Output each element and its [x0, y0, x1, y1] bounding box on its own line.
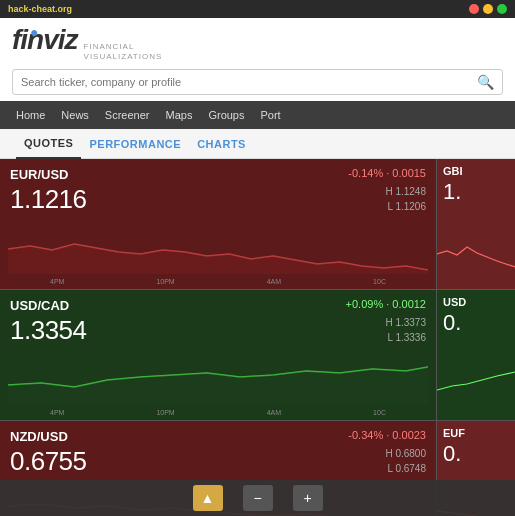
tab-charts[interactable]: CHARTS: [189, 129, 254, 159]
quote-pair-usdcad: USD/CAD: [10, 298, 69, 313]
nav-bar: Home News Screener Maps Groups Port: [0, 101, 515, 129]
quote-card-eurusd[interactable]: EUR/USD -0.14% · 0.0015 1.1216 H 1.1248 …: [0, 159, 436, 289]
sparkline-label: 10C: [373, 278, 386, 285]
zoom-in-button[interactable]: +: [293, 485, 323, 511]
sparkline-label: 4PM: [50, 409, 64, 416]
sparkline-label: 4AM: [267, 278, 281, 285]
close-btn[interactable]: [469, 4, 479, 14]
quote-row-usdcad: USD/CAD +0.09% · 0.0012 1.3354 H 1.3373 …: [0, 290, 515, 420]
sparkline-usdcad: 4PM 10PM 4AM 10C: [0, 355, 436, 420]
sparkline-label: 10C: [373, 409, 386, 416]
logo-text: ● finviz: [12, 24, 78, 55]
app-screen: hack-cheat.org ● finviz FINANCIAL VISUAL…: [0, 0, 515, 516]
quote-hl-usdcad: H 1.3373 L 1.3336: [385, 315, 426, 345]
quote-price-eurusd: 1.1216: [10, 184, 87, 215]
quote-change-nzdusd: -0.34% · 0.0023: [348, 429, 426, 441]
sparkline-labels-usdcad: 4PM 10PM 4AM 10C: [0, 409, 436, 416]
quote-header-eurusd: EUR/USD -0.14% · 0.0015: [0, 159, 436, 184]
sparkline-svg-usdcad: [8, 355, 428, 405]
quote-change-usdcad: +0.09% · 0.0012: [346, 298, 426, 310]
quote-hl-nzdusd: H 0.6800 L 0.6748: [385, 446, 426, 476]
tab-performance[interactable]: PERFORMANCE: [81, 129, 189, 159]
sparkline-label: 4AM: [267, 409, 281, 416]
quote-card-usdcad[interactable]: USD/CAD +0.09% · 0.0012 1.3354 H 1.3373 …: [0, 290, 436, 420]
logo-area: ● finviz FINANCIAL VISUALIZATIONS: [12, 24, 162, 61]
side-pair-row2: USD: [437, 290, 515, 310]
side-price-row3: 0.: [437, 441, 515, 467]
quote-pair-nzdusd: NZD/USD: [10, 429, 68, 444]
side-price-row1: 1.: [437, 179, 515, 205]
search-section: 🔍: [0, 65, 515, 101]
zoom-out-button[interactable]: −: [243, 485, 273, 511]
quote-header-nzdusd: NZD/USD -0.34% · 0.0023: [0, 421, 436, 446]
quote-price-row-usdcad: 1.3354 H 1.3373 L 1.3336: [0, 315, 436, 348]
side-price-row2: 0.: [437, 310, 515, 336]
side-pair-row1: GBI: [437, 159, 515, 179]
quote-hl-eurusd: H 1.1248 L 1.1206: [385, 184, 426, 214]
quote-price-nzdusd: 0.6755: [10, 446, 87, 477]
plus-icon: +: [303, 490, 311, 506]
logo-subtitle: FINANCIAL VISUALIZATIONS: [84, 42, 163, 61]
sparkline-svg-eurusd: [8, 224, 428, 274]
sparkline-eurusd: 4PM 10PM 4AM 10C: [0, 224, 436, 289]
minimize-btn[interactable]: [483, 4, 493, 14]
window-controls: [469, 4, 507, 14]
up-arrow-icon: ▲: [201, 490, 215, 506]
quote-header-usdcad: USD/CAD +0.09% · 0.0012: [0, 290, 436, 315]
nav-item-portfolio[interactable]: Port: [252, 101, 288, 129]
quote-price-row-eurusd: 1.1216 H 1.1248 L 1.1206: [0, 184, 436, 217]
nav-item-news[interactable]: News: [53, 101, 97, 129]
nav-item-groups[interactable]: Groups: [200, 101, 252, 129]
nav-item-home[interactable]: Home: [8, 101, 53, 129]
nav-item-maps[interactable]: Maps: [158, 101, 201, 129]
nav-item-screener[interactable]: Screener: [97, 101, 158, 129]
bottom-toolbar: ▲ − +: [0, 480, 515, 516]
quote-row-eurusd: EUR/USD -0.14% · 0.0015 1.1216 H 1.1248 …: [0, 159, 515, 289]
sparkline-label: 10PM: [156, 409, 174, 416]
quote-change-eurusd: -0.14% · 0.0015: [348, 167, 426, 179]
sparkline-label: 10PM: [156, 278, 174, 285]
search-icon[interactable]: 🔍: [477, 74, 494, 90]
scroll-up-button[interactable]: ▲: [193, 485, 223, 511]
header: ● finviz FINANCIAL VISUALIZATIONS: [0, 18, 515, 65]
maximize-btn[interactable]: [497, 4, 507, 14]
quote-price-row-nzdusd: 0.6755 H 0.6800 L 0.6748: [0, 446, 436, 479]
tabs-bar: QUOTES PERFORMANCE CHARTS: [0, 129, 515, 159]
quote-pair-eurusd: EUR/USD: [10, 167, 69, 182]
side-sparkline-1: [437, 219, 515, 289]
sparkline-labels-eurusd: 4PM 10PM 4AM 10C: [0, 278, 436, 285]
side-card-row2[interactable]: USD 0.: [437, 290, 515, 420]
side-pair-row3: EUF: [437, 421, 515, 441]
quote-price-usdcad: 1.3354: [10, 315, 87, 346]
search-input[interactable]: [21, 76, 477, 88]
watermark-bar: hack-cheat.org: [0, 0, 515, 18]
side-card-row1[interactable]: GBI 1.: [437, 159, 515, 289]
tab-quotes[interactable]: QUOTES: [16, 129, 81, 159]
sparkline-label: 4PM: [50, 278, 64, 285]
quotes-container: EUR/USD -0.14% · 0.0015 1.1216 H 1.1248 …: [0, 159, 515, 516]
side-sparkline-2: [437, 350, 515, 420]
minus-icon: −: [253, 490, 261, 506]
watermark-text: hack-cheat.org: [8, 4, 72, 14]
search-wrapper[interactable]: 🔍: [12, 69, 503, 95]
